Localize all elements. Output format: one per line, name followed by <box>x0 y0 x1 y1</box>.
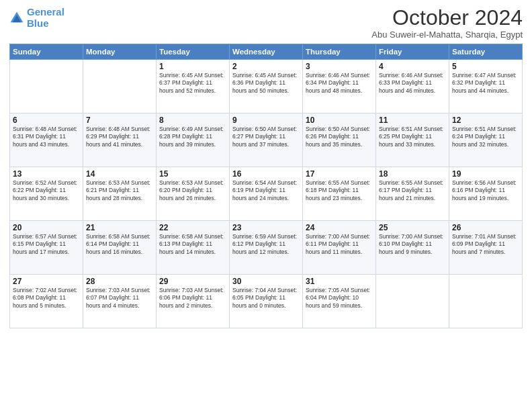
cell-w2-d3: 8Sunrise: 6:49 AM Sunset: 6:28 PM Daylig… <box>157 113 230 167</box>
day-number: 11 <box>379 116 446 125</box>
day-number: 14 <box>86 169 153 179</box>
day-number: 8 <box>159 116 226 125</box>
cell-w4-d3: 22Sunrise: 6:58 AM Sunset: 6:13 PM Dayli… <box>157 221 230 275</box>
week-row-3: 13Sunrise: 6:52 AM Sunset: 6:22 PM Dayli… <box>10 167 523 221</box>
cell-info: Sunrise: 6:54 AM Sunset: 6:19 PM Dayligh… <box>232 179 300 202</box>
logo-line2: Blue <box>27 17 49 29</box>
cell-w2-d6: 11Sunrise: 6:51 AM Sunset: 6:25 PM Dayli… <box>376 113 449 167</box>
cell-info: Sunrise: 6:55 AM Sunset: 6:18 PM Dayligh… <box>306 179 373 202</box>
cell-info: Sunrise: 6:49 AM Sunset: 6:28 PM Dayligh… <box>159 126 226 148</box>
day-number: 31 <box>306 277 373 286</box>
cell-w4-d5: 24Sunrise: 7:00 AM Sunset: 6:11 PM Dayli… <box>303 221 376 275</box>
day-number: 6 <box>13 116 80 125</box>
cell-info: Sunrise: 7:02 AM Sunset: 6:08 PM Dayligh… <box>13 287 80 310</box>
cell-info: Sunrise: 6:50 AM Sunset: 6:27 PM Dayligh… <box>232 126 300 148</box>
week-row-5: 27Sunrise: 7:02 AM Sunset: 6:08 PM Dayli… <box>10 275 523 328</box>
cell-info: Sunrise: 6:48 AM Sunset: 6:29 PM Dayligh… <box>86 126 153 148</box>
col-sunday: Sunday <box>10 44 83 60</box>
cell-w5-d7 <box>449 275 523 328</box>
cell-info: Sunrise: 6:55 AM Sunset: 6:17 PM Dayligh… <box>379 179 446 202</box>
cell-info: Sunrise: 7:00 AM Sunset: 6:11 PM Dayligh… <box>306 233 373 256</box>
day-number: 21 <box>86 223 153 232</box>
day-number: 5 <box>452 62 519 71</box>
week-row-2: 6Sunrise: 6:48 AM Sunset: 6:31 PM Daylig… <box>10 113 523 167</box>
cell-w2-d7: 12Sunrise: 6:51 AM Sunset: 6:24 PM Dayli… <box>449 113 523 167</box>
cell-info: Sunrise: 6:47 AM Sunset: 6:32 PM Dayligh… <box>452 72 519 95</box>
cell-info: Sunrise: 6:45 AM Sunset: 6:37 PM Dayligh… <box>159 72 226 95</box>
cell-info: Sunrise: 7:00 AM Sunset: 6:10 PM Dayligh… <box>379 233 446 256</box>
day-number: 18 <box>379 169 446 179</box>
day-number: 27 <box>13 277 80 286</box>
day-number: 30 <box>232 277 300 286</box>
cell-info: Sunrise: 6:50 AM Sunset: 6:26 PM Dayligh… <box>306 126 373 148</box>
col-monday: Monday <box>83 44 157 60</box>
cell-info: Sunrise: 6:53 AM Sunset: 6:21 PM Dayligh… <box>86 179 153 202</box>
cell-w1-d7: 5Sunrise: 6:47 AM Sunset: 6:32 PM Daylig… <box>449 60 523 113</box>
day-number: 20 <box>13 223 80 232</box>
col-saturday: Saturday <box>449 44 523 60</box>
cell-info: Sunrise: 6:51 AM Sunset: 6:24 PM Dayligh… <box>452 126 519 148</box>
week-row-1: 1Sunrise: 6:45 AM Sunset: 6:37 PM Daylig… <box>10 60 523 113</box>
day-number: 7 <box>86 116 153 125</box>
cell-w1-d3: 1Sunrise: 6:45 AM Sunset: 6:37 PM Daylig… <box>157 60 230 113</box>
cell-w1-d2 <box>83 60 157 113</box>
cell-w1-d4: 2Sunrise: 6:45 AM Sunset: 6:36 PM Daylig… <box>230 60 303 113</box>
cell-info: Sunrise: 6:51 AM Sunset: 6:25 PM Dayligh… <box>379 126 446 148</box>
cell-w1-d6: 4Sunrise: 6:46 AM Sunset: 6:33 PM Daylig… <box>376 60 449 113</box>
cell-info: Sunrise: 6:57 AM Sunset: 6:15 PM Dayligh… <box>13 233 80 256</box>
cell-info: Sunrise: 6:56 AM Sunset: 6:16 PM Dayligh… <box>452 179 519 202</box>
cell-w2-d5: 10Sunrise: 6:50 AM Sunset: 6:26 PM Dayli… <box>303 113 376 167</box>
cell-info: Sunrise: 7:05 AM Sunset: 6:04 PM Dayligh… <box>306 287 373 310</box>
cell-w4-d2: 21Sunrise: 6:58 AM Sunset: 6:14 PM Dayli… <box>83 221 157 275</box>
day-number: 2 <box>232 62 300 71</box>
day-number: 28 <box>86 277 153 286</box>
day-number: 23 <box>232 223 300 232</box>
day-number: 26 <box>452 223 519 232</box>
cell-w5-d1: 27Sunrise: 7:02 AM Sunset: 6:08 PM Dayli… <box>10 275 83 328</box>
day-number: 16 <box>232 169 300 179</box>
title-block: October 2024 Abu Suweir-el-Mahatta, Shar… <box>371 7 523 40</box>
cell-w3-d6: 18Sunrise: 6:55 AM Sunset: 6:17 PM Dayli… <box>376 167 449 221</box>
logo: General Blue <box>9 7 64 29</box>
location-subtitle: Abu Suweir-el-Mahatta, Sharqia, Egypt <box>371 30 523 40</box>
cell-info: Sunrise: 6:58 AM Sunset: 6:13 PM Dayligh… <box>159 233 226 256</box>
cell-w5-d6 <box>376 275 449 328</box>
day-number: 9 <box>232 116 300 125</box>
cell-info: Sunrise: 6:46 AM Sunset: 6:33 PM Dayligh… <box>379 72 446 95</box>
cell-w3-d5: 17Sunrise: 6:55 AM Sunset: 6:18 PM Dayli… <box>303 167 376 221</box>
cell-info: Sunrise: 7:03 AM Sunset: 6:06 PM Dayligh… <box>159 287 226 310</box>
day-number: 10 <box>306 116 373 125</box>
col-friday: Friday <box>376 44 449 60</box>
cell-info: Sunrise: 6:59 AM Sunset: 6:12 PM Dayligh… <box>232 233 300 256</box>
day-number: 22 <box>159 223 226 232</box>
cell-w5-d4: 30Sunrise: 7:04 AM Sunset: 6:05 PM Dayli… <box>230 275 303 328</box>
cell-w2-d1: 6Sunrise: 6:48 AM Sunset: 6:31 PM Daylig… <box>10 113 83 167</box>
calendar-table: Sunday Monday Tuesday Wednesday Thursday… <box>9 44 523 328</box>
day-number: 15 <box>159 169 226 179</box>
cell-w3-d3: 15Sunrise: 6:53 AM Sunset: 6:20 PM Dayli… <box>157 167 230 221</box>
logo-line1: General <box>27 6 64 17</box>
day-number: 4 <box>379 62 446 71</box>
day-number: 3 <box>306 62 373 71</box>
day-number: 1 <box>159 62 226 71</box>
cell-w2-d2: 7Sunrise: 6:48 AM Sunset: 6:29 PM Daylig… <box>83 113 157 167</box>
cell-w4-d4: 23Sunrise: 6:59 AM Sunset: 6:12 PM Dayli… <box>230 221 303 275</box>
cell-info: Sunrise: 7:04 AM Sunset: 6:05 PM Dayligh… <box>232 287 300 310</box>
cell-info: Sunrise: 6:53 AM Sunset: 6:20 PM Dayligh… <box>159 179 226 202</box>
logo-text: General Blue <box>27 7 64 29</box>
cell-w1-d1 <box>10 60 83 113</box>
cell-info: Sunrise: 6:52 AM Sunset: 6:22 PM Dayligh… <box>13 179 80 202</box>
cell-w3-d1: 13Sunrise: 6:52 AM Sunset: 6:22 PM Dayli… <box>10 167 83 221</box>
cell-info: Sunrise: 6:48 AM Sunset: 6:31 PM Dayligh… <box>13 126 80 148</box>
header: General Blue October 2024 Abu Suweir-el-… <box>9 7 523 40</box>
day-number: 17 <box>306 169 373 179</box>
day-number: 13 <box>13 169 80 179</box>
cell-w1-d5: 3Sunrise: 6:46 AM Sunset: 6:34 PM Daylig… <box>303 60 376 113</box>
cell-w3-d4: 16Sunrise: 6:54 AM Sunset: 6:19 PM Dayli… <box>230 167 303 221</box>
cell-info: Sunrise: 6:58 AM Sunset: 6:14 PM Dayligh… <box>86 233 153 256</box>
col-tuesday: Tuesday <box>157 44 230 60</box>
cell-w5-d2: 28Sunrise: 7:03 AM Sunset: 6:07 PM Dayli… <box>83 275 157 328</box>
cell-w4-d6: 25Sunrise: 7:00 AM Sunset: 6:10 PM Dayli… <box>376 221 449 275</box>
week-row-4: 20Sunrise: 6:57 AM Sunset: 6:15 PM Dayli… <box>10 221 523 275</box>
col-thursday: Thursday <box>303 44 376 60</box>
